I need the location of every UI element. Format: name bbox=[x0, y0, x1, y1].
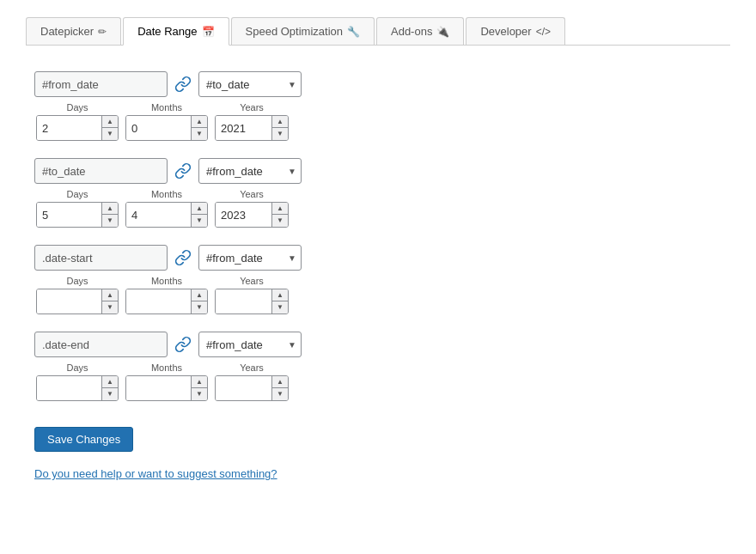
select-wrapper-1: #to_date#from_datecustom▼ bbox=[198, 71, 302, 97]
date-section-4: #from_date#to_datecustom▼Days▲▼Months▲▼Y… bbox=[34, 332, 722, 401]
months-wrapper-2: ▲▼ bbox=[125, 202, 208, 228]
days-wrapper-2: ▲▼ bbox=[36, 202, 119, 228]
months-wrapper-1: ▲▼ bbox=[125, 115, 208, 141]
days-group-3: Days▲▼ bbox=[36, 276, 119, 314]
sections-container: #to_date#from_datecustom▼Days▲▼Months▲▼Y… bbox=[34, 71, 722, 401]
days-up-button-2[interactable]: ▲ bbox=[102, 203, 118, 215]
months-label-2: Months bbox=[125, 189, 208, 199]
months-input-4[interactable] bbox=[126, 376, 191, 400]
days-input-2[interactable] bbox=[37, 203, 101, 227]
days-input-3[interactable] bbox=[37, 289, 101, 314]
months-down-button-1[interactable]: ▼ bbox=[192, 128, 207, 140]
link-icon-3[interactable] bbox=[174, 249, 192, 266]
date-select-2[interactable]: #from_date#to_datecustom bbox=[198, 158, 302, 184]
tab-datepicker[interactable]: Datepicker✏ bbox=[26, 17, 121, 45]
years-down-button-1[interactable]: ▼ bbox=[272, 128, 288, 140]
days-label-3: Days bbox=[36, 276, 119, 286]
years-down-button-3[interactable]: ▼ bbox=[272, 301, 288, 314]
add-ons-tab-label: Add-ons bbox=[391, 25, 432, 38]
months-down-button-3[interactable]: ▼ bbox=[192, 301, 207, 314]
days-down-button-1[interactable]: ▼ bbox=[102, 128, 118, 140]
help-link[interactable]: Do you need help or want to suggest some… bbox=[34, 467, 277, 480]
days-spinner-buttons-4: ▲▼ bbox=[101, 376, 118, 400]
spinners-row-1: Days▲▼Months▲▼Years▲▼ bbox=[36, 102, 722, 141]
days-spinner-buttons-3: ▲▼ bbox=[101, 289, 118, 314]
text-input-4[interactable] bbox=[34, 332, 168, 357]
add-ons-tab-icon: 🔌 bbox=[436, 26, 449, 38]
text-input-3[interactable] bbox=[34, 245, 168, 271]
months-input-3[interactable] bbox=[126, 289, 191, 314]
select-wrapper-2: #from_date#to_datecustom▼ bbox=[198, 158, 302, 184]
link-icon-1[interactable] bbox=[174, 76, 192, 93]
years-up-button-1[interactable]: ▲ bbox=[272, 116, 288, 128]
years-group-4: Years▲▼ bbox=[215, 362, 289, 401]
months-wrapper-3: ▲▼ bbox=[125, 289, 208, 314]
days-up-button-1[interactable]: ▲ bbox=[102, 116, 118, 128]
months-up-button-2[interactable]: ▲ bbox=[192, 203, 207, 215]
years-up-button-2[interactable]: ▲ bbox=[272, 203, 288, 215]
days-spinner-buttons-2: ▲▼ bbox=[101, 203, 118, 227]
select-wrapper-4: #from_date#to_datecustom▼ bbox=[198, 332, 302, 357]
days-down-button-3[interactable]: ▼ bbox=[102, 301, 118, 314]
months-up-button-1[interactable]: ▲ bbox=[192, 116, 207, 128]
link-icon-4[interactable] bbox=[174, 336, 192, 353]
months-spinner-buttons-4: ▲▼ bbox=[191, 376, 207, 400]
months-input-2[interactable] bbox=[126, 203, 191, 227]
days-up-button-3[interactable]: ▲ bbox=[102, 289, 118, 301]
date-row-1: #to_date#from_datecustom▼ bbox=[34, 71, 722, 97]
select-wrapper-3: #from_date#to_datecustom▼ bbox=[198, 245, 302, 271]
tab-speed-optimization[interactable]: Speed Optimization🔧 bbox=[231, 17, 375, 45]
years-label-2: Years bbox=[215, 189, 289, 199]
months-down-button-4[interactable]: ▼ bbox=[192, 388, 207, 400]
months-group-1: Months▲▼ bbox=[125, 102, 208, 141]
years-up-button-4[interactable]: ▲ bbox=[272, 376, 288, 388]
years-down-button-2[interactable]: ▼ bbox=[272, 215, 288, 227]
tab-content: #to_date#from_datecustom▼Days▲▼Months▲▼Y… bbox=[26, 63, 730, 489]
years-input-3[interactable] bbox=[216, 289, 271, 314]
days-group-4: Days▲▼ bbox=[36, 362, 119, 401]
years-group-2: Years▲▼ bbox=[215, 189, 289, 228]
years-wrapper-4: ▲▼ bbox=[215, 375, 289, 401]
speed-optimization-tab-icon: 🔧 bbox=[347, 26, 360, 38]
save-button[interactable]: Save Changes bbox=[34, 427, 133, 452]
months-group-3: Months▲▼ bbox=[125, 276, 208, 314]
tab-add-ons[interactable]: Add-ons🔌 bbox=[376, 17, 464, 45]
months-down-button-2[interactable]: ▼ bbox=[192, 215, 207, 227]
date-range-tab-icon: 📅 bbox=[202, 26, 215, 38]
tab-developer[interactable]: Developer</> bbox=[466, 17, 565, 45]
text-input-2[interactable] bbox=[34, 158, 168, 184]
years-label-4: Years bbox=[215, 362, 289, 373]
years-up-button-3[interactable]: ▲ bbox=[272, 289, 288, 301]
days-input-4[interactable] bbox=[37, 376, 101, 400]
date-select-1[interactable]: #to_date#from_datecustom bbox=[198, 71, 302, 97]
months-up-button-3[interactable]: ▲ bbox=[192, 289, 207, 301]
spinners-row-2: Days▲▼Months▲▼Years▲▼ bbox=[36, 189, 722, 228]
years-wrapper-3: ▲▼ bbox=[215, 289, 289, 314]
days-up-button-4[interactable]: ▲ bbox=[102, 376, 118, 388]
years-input-4[interactable] bbox=[216, 376, 271, 400]
years-input-1[interactable] bbox=[216, 116, 271, 140]
months-input-1[interactable] bbox=[126, 116, 191, 140]
developer-tab-label: Developer bbox=[480, 25, 531, 38]
text-input-1[interactable] bbox=[34, 71, 168, 97]
months-up-button-4[interactable]: ▲ bbox=[192, 376, 207, 388]
days-label-4: Days bbox=[36, 362, 119, 373]
years-down-button-4[interactable]: ▼ bbox=[272, 388, 288, 400]
years-spinner-buttons-2: ▲▼ bbox=[271, 203, 288, 227]
date-row-3: #from_date#to_datecustom▼ bbox=[34, 245, 722, 271]
date-select-3[interactable]: #from_date#to_datecustom bbox=[198, 245, 302, 271]
days-down-button-2[interactable]: ▼ bbox=[102, 215, 118, 227]
years-input-2[interactable] bbox=[216, 203, 271, 227]
days-spinner-buttons-1: ▲▼ bbox=[101, 116, 118, 140]
date-section-1: #to_date#from_datecustom▼Days▲▼Months▲▼Y… bbox=[34, 71, 722, 141]
link-icon-2[interactable] bbox=[174, 162, 192, 180]
days-wrapper-1: ▲▼ bbox=[36, 115, 119, 141]
months-wrapper-4: ▲▼ bbox=[125, 375, 208, 401]
date-select-4[interactable]: #from_date#to_datecustom bbox=[198, 332, 302, 357]
months-spinner-buttons-3: ▲▼ bbox=[191, 289, 207, 314]
days-input-1[interactable] bbox=[37, 116, 101, 140]
tab-date-range[interactable]: Date Range📅 bbox=[123, 17, 229, 46]
days-group-2: Days▲▼ bbox=[36, 189, 119, 228]
days-down-button-4[interactable]: ▼ bbox=[102, 388, 118, 400]
months-group-4: Months▲▼ bbox=[125, 362, 208, 401]
